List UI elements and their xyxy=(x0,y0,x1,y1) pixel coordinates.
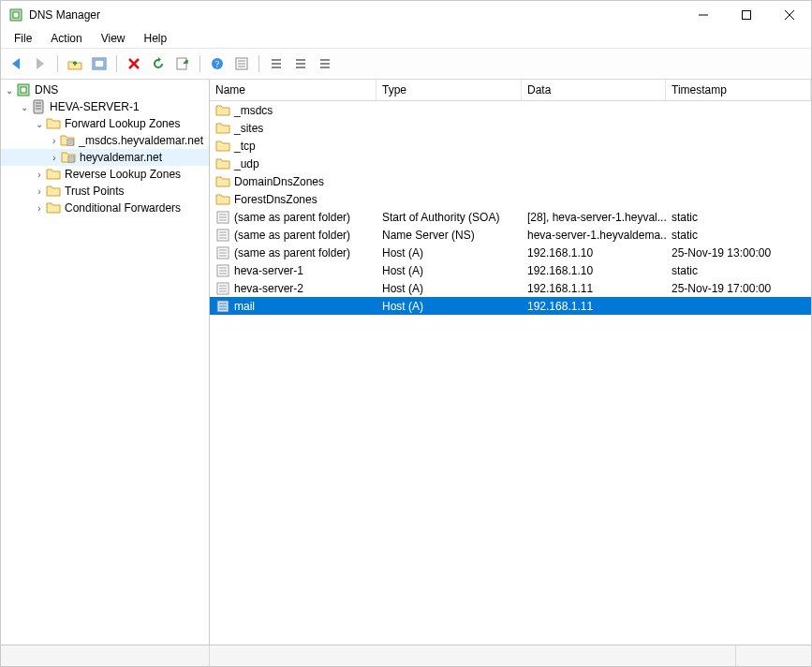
status-cell xyxy=(210,645,736,666)
folder-icon xyxy=(215,174,230,189)
twisty-closed-icon[interactable]: › xyxy=(33,203,46,214)
menu-help[interactable]: Help xyxy=(137,30,175,47)
toolbar-help-button[interactable] xyxy=(206,52,229,75)
maximize-button[interactable] xyxy=(725,1,768,29)
list-row[interactable]: (same as parent folder)Start of Authorit… xyxy=(210,208,811,226)
list-row[interactable]: heva-server-1Host (A)192.168.1.10static xyxy=(210,261,811,279)
twisty-closed-icon[interactable]: › xyxy=(33,186,46,197)
cell-name-text: (same as parent folder) xyxy=(234,211,350,224)
svg-rect-30 xyxy=(743,11,751,20)
cell-data: 192.168.1.11 xyxy=(522,282,666,295)
minimize-button[interactable] xyxy=(682,1,725,29)
toolbar-forward-button[interactable] xyxy=(29,52,52,75)
menubar: File Action View Help xyxy=(1,29,811,48)
twisty-open-icon[interactable]: ⌄ xyxy=(33,119,46,129)
tree-node[interactable]: ⌄HEVA-SERVER-1 xyxy=(1,98,209,115)
menu-view[interactable]: View xyxy=(94,30,133,47)
column-header-type[interactable]: Type xyxy=(376,80,522,100)
list-row[interactable]: (same as parent folder)Host (A)192.168.1… xyxy=(210,244,811,261)
tree-root[interactable]: ⌄ DNS xyxy=(1,82,209,98)
toolbar-show-hide-button[interactable] xyxy=(88,52,111,75)
list-row[interactable]: heva-server-2Host (A)192.168.1.1125-Nov-… xyxy=(210,279,811,297)
cell-type: Host (A) xyxy=(376,300,522,313)
toolbar-delete-button[interactable] xyxy=(123,52,145,75)
list-row[interactable]: _msdcs xyxy=(210,101,811,119)
toolbar-export-button[interactable] xyxy=(171,52,194,75)
toolbar-properties-button[interactable] xyxy=(230,52,253,75)
cell-name-text: heva-server-1 xyxy=(234,264,303,277)
window: DNS Manager File Action View Help xyxy=(0,0,812,667)
column-header-timestamp[interactable]: Timestamp xyxy=(666,80,811,100)
twisty-closed-icon[interactable]: › xyxy=(33,170,46,180)
folder-icon xyxy=(215,192,230,207)
cell-type: Name Server (NS) xyxy=(376,229,522,242)
folder-icon xyxy=(46,116,61,131)
tree-node[interactable]: ›heyvaldemar.net xyxy=(1,149,209,166)
cell-name-text: (same as parent folder) xyxy=(234,229,350,242)
cell-name-text: (same as parent folder) xyxy=(234,246,350,259)
window-title: DNS Manager xyxy=(29,8,100,22)
toolbar-separator xyxy=(258,55,259,72)
tree-node[interactable]: ›Trust Points xyxy=(1,183,209,200)
toolbar-refresh-button[interactable] xyxy=(147,52,170,75)
list-row[interactable]: _tcp xyxy=(210,137,811,155)
folder-icon xyxy=(215,103,230,118)
toolbar-view1-button[interactable] xyxy=(265,52,288,75)
record-icon xyxy=(215,245,230,260)
toolbar-view3-button[interactable] xyxy=(314,52,336,75)
column-header-data[interactable]: Data xyxy=(522,80,666,100)
toolbar-view2-button[interactable] xyxy=(289,52,312,75)
list-row[interactable]: ForestDnsZones xyxy=(210,190,811,208)
record-icon xyxy=(215,228,230,243)
twisty-closed-icon[interactable]: › xyxy=(48,136,60,146)
cell-data: [28], heva-server-1.heyval... xyxy=(522,211,666,224)
list-row[interactable]: _sites xyxy=(210,119,811,137)
list-row[interactable]: DomainDnsZones xyxy=(210,172,811,190)
folder-icon xyxy=(215,139,230,154)
tree-node-label: Forward Lookup Zones xyxy=(65,117,180,130)
cell-name-text: _msdcs xyxy=(234,104,273,117)
cell-name-text: DomainDnsZones xyxy=(234,175,324,188)
tree-node[interactable]: ›Conditional Forwarders xyxy=(1,200,209,216)
tree-node[interactable]: ›Reverse Lookup Zones xyxy=(1,166,209,183)
cell-type: Host (A) xyxy=(376,264,522,277)
tree-pane[interactable]: ⌄ DNS ⌄HEVA-SERVER-1⌄Forward Lookup Zone… xyxy=(1,80,210,645)
cell-name-text: ForestDnsZones xyxy=(234,193,317,206)
list-body[interactable]: _msdcs_sites_tcp_udpDomainDnsZonesForest… xyxy=(210,101,811,645)
menu-file[interactable]: File xyxy=(7,30,39,47)
server-icon xyxy=(31,99,46,114)
menu-action[interactable]: Action xyxy=(43,30,89,47)
main-split: ⌄ DNS ⌄HEVA-SERVER-1⌄Forward Lookup Zone… xyxy=(1,80,811,645)
toolbar-back-button[interactable] xyxy=(5,52,27,75)
cell-name: heva-server-2 xyxy=(210,281,376,296)
cell-name: (same as parent folder) xyxy=(210,245,376,260)
toolbar-separator xyxy=(116,55,117,72)
folder-icon xyxy=(46,184,61,199)
list-pane: Name Type Data Timestamp _msdcs_sites_tc… xyxy=(210,80,811,645)
column-header-name[interactable]: Name xyxy=(210,80,376,100)
list-row[interactable]: _udp xyxy=(210,155,811,172)
close-button[interactable] xyxy=(768,1,811,29)
tree-node[interactable]: ⌄Forward Lookup Zones xyxy=(1,115,209,132)
toolbar-up-button[interactable] xyxy=(64,52,86,75)
cell-data: heva-server-1.heyvaldema... xyxy=(522,229,666,242)
tree-node-label: DNS xyxy=(35,83,58,96)
cell-name: _tcp xyxy=(210,139,376,154)
dns-icon xyxy=(16,82,31,97)
cell-name: mail xyxy=(210,299,376,314)
record-sel-icon xyxy=(215,299,230,314)
twisty-icon[interactable]: ⌄ xyxy=(3,85,16,96)
twisty-open-icon[interactable]: ⌄ xyxy=(18,102,31,112)
list-row[interactable]: mailHost (A)192.168.1.11 xyxy=(210,297,811,315)
folder-icon xyxy=(215,121,230,136)
cell-name: _msdcs xyxy=(210,103,376,118)
list-row[interactable]: (same as parent folder)Name Server (NS)h… xyxy=(210,226,811,244)
cell-type: Host (A) xyxy=(376,246,522,259)
cell-timestamp: static xyxy=(666,229,811,242)
tree-node-label: _msdcs.heyvaldemar.net xyxy=(79,134,203,147)
twisty-closed-icon[interactable]: › xyxy=(48,153,61,163)
record-icon xyxy=(215,281,230,296)
folder-icon xyxy=(46,200,61,215)
folder-icon xyxy=(215,156,230,171)
tree-node[interactable]: ›_msdcs.heyvaldemar.net xyxy=(1,132,209,149)
